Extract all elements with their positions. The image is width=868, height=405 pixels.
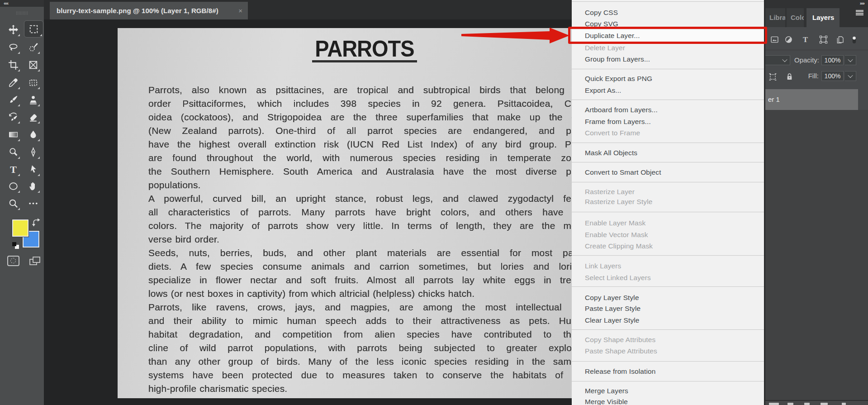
document-text-line: systems have been protected due to measu…	[148, 370, 577, 381]
crop-tool[interactable]	[5, 57, 21, 72]
eyedropper-tool[interactable]	[5, 75, 21, 90]
shape-layer-icon[interactable]	[835, 33, 845, 45]
type-layer-icon[interactable]: T	[800, 33, 810, 45]
document-text-line: have the highest overall extinction risk…	[148, 139, 577, 150]
tool-flyout-icon	[18, 157, 20, 159]
gradient-tool-icon	[8, 129, 19, 140]
opacity-value[interactable]: 100%	[821, 55, 844, 65]
document-canvas[interactable]: PARROTS Parrots, also known as psittacin…	[118, 28, 624, 398]
menu-item-quick-export-as-png[interactable]: Quick Export as PNG	[572, 73, 764, 84]
document-text-line: are found throughout the world, with num…	[148, 152, 577, 163]
brush-tool[interactable]	[5, 92, 21, 107]
menu-item-group-from-layers[interactable]: Group from Layers...	[572, 53, 764, 65]
type-tool[interactable]: T	[5, 162, 21, 177]
default-colors-icon[interactable]	[12, 242, 19, 249]
tool-sidebar: «« T	[0, 0, 44, 405]
lock-all-icon[interactable]	[784, 71, 794, 82]
menu-item-frame-from-layers[interactable]: Frame from Layers...	[572, 116, 764, 127]
more-tools[interactable]	[25, 195, 41, 211]
close-tab-icon[interactable]: ×	[238, 7, 242, 14]
menu-separator	[572, 255, 764, 256]
menu-item-copy-layer-style[interactable]: Copy Layer Style	[572, 292, 764, 303]
dodge-tool[interactable]	[5, 144, 21, 160]
fill-label: Fill:	[794, 71, 819, 81]
path-select-tool[interactable]	[25, 162, 41, 177]
pixel-layer-icon[interactable]	[769, 33, 779, 45]
pen-tool[interactable]	[25, 144, 41, 160]
zoom-tool[interactable]	[5, 195, 21, 211]
menu-item-artboard-from-layers[interactable]: Artboard from Layers...	[572, 104, 764, 115]
clone-stamp-tool[interactable]	[25, 92, 41, 107]
bottom-icon[interactable]	[842, 403, 846, 405]
gradient-tool[interactable]	[5, 127, 21, 142]
document-text-line: all characteristics of parrots. Many par…	[148, 207, 577, 218]
slice-tool[interactable]	[25, 57, 41, 72]
tool-flyout-icon	[38, 52, 40, 54]
hand-tool[interactable]	[25, 178, 41, 194]
menu-separator	[572, 162, 764, 162]
panel-tab-libra[interactable]: Libra	[765, 8, 785, 27]
tool-flyout-icon	[18, 174, 20, 176]
collapse-sidebar-button[interactable]: ««	[0, 0, 44, 7]
lasso-tool[interactable]	[5, 39, 21, 55]
bottom-icon[interactable]	[787, 403, 793, 405]
document-text-line: populations.	[148, 180, 577, 191]
foreground-color-swatch[interactable]	[12, 219, 28, 237]
ellipse-tool[interactable]	[5, 178, 21, 194]
frame-icon[interactable]	[818, 33, 828, 45]
panel-menu-icon[interactable]	[856, 10, 863, 16]
eraser-tool[interactable]	[25, 109, 41, 124]
menu-separator	[572, 361, 764, 362]
menu-item-clear-layer-style[interactable]: Clear Layer Style	[572, 314, 764, 326]
layer-row-selected[interactable]: er 1	[765, 89, 858, 110]
menu-separator	[572, 100, 764, 100]
drag-grip-icon[interactable]	[16, 11, 28, 15]
panel-tab-colo[interactable]: Colo	[787, 8, 804, 27]
document-text-line: and their ability to mimic human speech …	[148, 315, 577, 326]
layers-list-area[interactable]	[765, 110, 868, 400]
rect-select-tool[interactable]	[24, 20, 43, 38]
menu-item-convert-to-smart-object[interactable]: Convert to Smart Object	[572, 167, 764, 178]
document-text-line: the Southern Hemisphere. South America a…	[148, 166, 577, 177]
bottom-icon[interactable]	[804, 403, 810, 405]
menu-item-paste-layer-style[interactable]: Paste Layer Style	[572, 303, 764, 314]
quick-select-tool[interactable]	[25, 39, 41, 55]
tool-flyout-icon	[18, 34, 20, 36]
layers-panel: »» LibraColoLayers T Opacity: 100%	[765, 0, 868, 405]
adjustment-icon[interactable]	[783, 33, 793, 45]
history-brush-tool[interactable]	[5, 109, 21, 124]
fill-value[interactable]: 100%	[821, 71, 844, 81]
move-tool-icon	[8, 24, 19, 35]
chevron-down-icon	[848, 73, 853, 78]
menu-item-release-from-isolation[interactable]: Release from Isolation	[572, 366, 764, 377]
document-text-line: Seeds, nuts, berries, buds, and other pl…	[148, 248, 577, 258]
document-heading: PARROTS	[315, 35, 414, 62]
menu-item-merge-layers[interactable]: Merge Layers	[572, 385, 764, 396]
menu-item-merge-visible[interactable]: Merge Visible	[572, 396, 764, 405]
quick-mask-button[interactable]	[7, 256, 19, 266]
menu-separator	[572, 381, 764, 381]
screen-mode-button[interactable]	[29, 256, 41, 266]
menu-item-export-as[interactable]: Export As...	[572, 85, 764, 96]
toggle-icon[interactable]	[849, 33, 859, 45]
fill-dropdown-button[interactable]	[845, 71, 856, 81]
healing-tool[interactable]	[25, 75, 41, 90]
menu-item-copy-css[interactable]: Copy CSS	[572, 7, 764, 18]
document-text-line: Parrots, like ravens, crows, jays, and m…	[148, 302, 577, 313]
tool-flyout-icon	[18, 121, 20, 124]
bottom-icon[interactable]	[821, 403, 828, 405]
tool-flyout-icon	[18, 69, 20, 71]
double-chevron-right-icon: »»	[860, 0, 864, 6]
document-text-line: Parrots, also known as psittacines, are …	[148, 85, 577, 95]
document-tab[interactable]: blurry-text-sample.png @ 100% (Layer 1, …	[50, 2, 248, 19]
blend-mode-select[interactable]	[764, 55, 790, 65]
menu-item-mask-all-objects[interactable]: Mask All Objects	[572, 147, 764, 158]
bottom-icon[interactable]	[769, 403, 779, 405]
opacity-dropdown-button[interactable]	[845, 55, 856, 65]
collapse-panel-button[interactable]: »»	[765, 0, 868, 7]
panel-tab-layers[interactable]: Layers	[806, 8, 840, 27]
swap-colors-icon[interactable]	[32, 218, 42, 227]
blur-tool[interactable]	[25, 127, 41, 142]
lock-transform-icon[interactable]	[768, 71, 778, 82]
move-tool[interactable]	[5, 22, 21, 37]
